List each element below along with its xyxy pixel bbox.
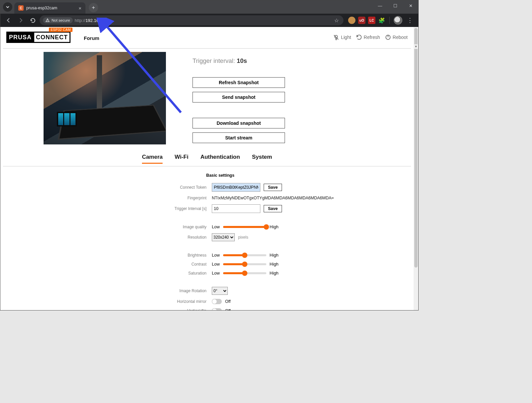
horizontal-mirror-state: Off (225, 299, 230, 304)
slider-high: High (270, 262, 279, 267)
logo: ESP32 CAM PRUSA CONNECT (6, 32, 70, 43)
logo-connect: CONNECT (33, 33, 69, 42)
logo-prusa: PRUSA (7, 33, 33, 42)
extension-icon[interactable] (348, 17, 355, 24)
trigger-interval-input[interactable] (212, 204, 260, 213)
saturation-label: Saturation (0, 271, 206, 276)
slider-high: High (270, 271, 279, 276)
kebab-menu-icon[interactable]: ⋮ (405, 17, 415, 24)
settings-heading: Basic settings (0, 173, 414, 179)
back-icon[interactable] (4, 15, 14, 25)
minimize-icon[interactable]: — (372, 0, 388, 11)
connect-token-label: Connect Token (0, 185, 206, 190)
favicon-icon: C (18, 5, 24, 11)
image-rotation-select[interactable]: 0° (212, 287, 228, 295)
image-quality-label: Image quality (0, 225, 206, 229)
trigger-interval-label: Trigger Interval [s] (0, 206, 206, 211)
download-snapshot-button[interactable]: Download snapshot (193, 118, 285, 128)
power-icon (385, 34, 391, 41)
header-actions: Light Refresh Reboot (333, 34, 408, 41)
close-tab-icon[interactable]: × (78, 5, 81, 11)
refresh-snapshot-button[interactable]: Refresh Snapshot (193, 77, 285, 88)
slider-high: High (270, 224, 279, 229)
horizontal-mirror-toggle[interactable] (212, 299, 222, 304)
close-window-icon[interactable]: ✕ (403, 0, 418, 11)
browser-toolbar: Not secure http://192.168.0.1 ☆ uO LC 🧩 … (0, 14, 418, 27)
tab-title: prusa-esp32cam (26, 6, 75, 10)
resolution-suffix: pixels (238, 235, 248, 240)
vertical-flip-label: Vertical flip (0, 308, 206, 310)
settings-form: Basic settings Connect Token Save Finger… (0, 173, 414, 310)
reload-icon[interactable] (28, 15, 38, 25)
light-label: Light (341, 35, 351, 40)
image-quality-slider[interactable]: Low High (212, 224, 414, 229)
fingerprint-label: Fingerprint (0, 196, 206, 200)
image-rotation-label: Image Rotation (0, 289, 206, 293)
reboot-button[interactable]: Reboot (385, 34, 408, 41)
trigger-interval-save-button[interactable]: Save (264, 205, 282, 212)
tab-search-button[interactable] (3, 2, 12, 12)
security-chip[interactable]: Not secure (43, 17, 73, 23)
address-bar[interactable]: Not secure http://192.168.0.1 ☆ (40, 15, 343, 25)
horizontal-mirror-label: Horizontal mirror (0, 299, 206, 304)
contrast-label: Contrast (0, 262, 206, 267)
forum-link[interactable]: Forum (84, 34, 99, 41)
vertical-flip-toggle[interactable] (212, 308, 222, 310)
page-viewport: ESP32 CAM PRUSA CONNECT Forum Light Refr… (0, 27, 414, 310)
reboot-label: Reboot (393, 35, 408, 40)
extensions-area: uO LC 🧩 ⋮ (345, 16, 415, 25)
resolution-select[interactable]: 320x240 (212, 233, 235, 241)
camera-snapshot (44, 52, 166, 144)
new-tab-button[interactable]: + (89, 3, 98, 12)
fingerprint-value: NTIxMzMyNDEwOTgxOTYgMDA6MDA6MDA6MDA6MDA6… (212, 196, 334, 200)
security-text: Not secure (52, 18, 70, 22)
profile-avatar[interactable] (394, 16, 402, 25)
star-icon[interactable]: ☆ (334, 17, 339, 24)
extension-icon[interactable]: LC (368, 17, 375, 24)
url-text: http://192.168.0.1 (75, 18, 108, 23)
window-controls: — ☐ ✕ (372, 0, 418, 11)
connect-token-save-button[interactable]: Save (264, 184, 282, 191)
light-button[interactable]: Light (333, 34, 351, 41)
settings-tabs: Camera Wi-Fi Authentication System (0, 154, 414, 166)
tab-system[interactable]: System (252, 154, 272, 164)
refresh-label: Refresh (364, 35, 380, 40)
refresh-button[interactable]: Refresh (356, 34, 380, 41)
trigger-interval-display: Trigger interval: 10s (193, 57, 411, 65)
refresh-icon (356, 34, 362, 41)
start-stream-button[interactable]: Start stream (193, 132, 285, 143)
forward-icon[interactable] (16, 15, 26, 25)
slider-low: Low (212, 253, 220, 258)
slider-low: Low (212, 224, 220, 229)
tab-camera[interactable]: Camera (142, 154, 163, 164)
extensions-menu-icon[interactable]: 🧩 (378, 17, 385, 24)
send-snapshot-button[interactable]: Send snapshot (193, 92, 285, 102)
browser-tab-strip: C prusa-esp32cam × + — ☐ ✕ (0, 0, 418, 14)
scroll-thumb[interactable] (414, 28, 418, 268)
page-header: ESP32 CAM PRUSA CONNECT Forum Light Refr… (0, 27, 414, 46)
extension-icon[interactable]: uO (358, 17, 365, 24)
resolution-label: Resolution (0, 235, 206, 240)
connect-token-input[interactable] (212, 183, 260, 192)
browser-tab[interactable]: C prusa-esp32cam × (14, 2, 85, 14)
maximize-icon[interactable]: ☐ (388, 0, 403, 11)
brightness-label: Brightness (0, 253, 206, 258)
slider-high: High (270, 253, 279, 258)
scrollbar[interactable]: ▲ ▼ (414, 27, 418, 310)
tab-wifi[interactable]: Wi-Fi (175, 154, 188, 164)
contrast-slider[interactable]: Low High (212, 262, 414, 267)
slider-low: Low (212, 271, 220, 276)
brightness-slider[interactable]: Low High (212, 253, 414, 258)
light-icon (333, 34, 339, 41)
warning-icon (46, 18, 50, 22)
vertical-flip-state: Off (225, 308, 230, 310)
slider-low: Low (212, 262, 220, 267)
logo-badge: ESP32 CAM (49, 28, 72, 32)
divider (3, 166, 411, 166)
saturation-slider[interactable]: Low High (212, 271, 414, 276)
separator (389, 17, 390, 24)
tab-authentication[interactable]: Authentication (200, 154, 240, 164)
